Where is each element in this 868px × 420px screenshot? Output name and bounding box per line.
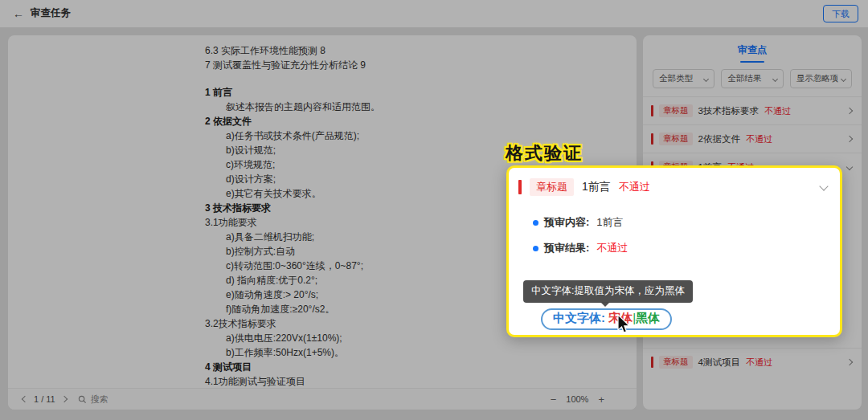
- annotation-correct-value: 黑体: [636, 311, 660, 324]
- field-value: 不通过: [596, 241, 628, 255]
- annotation-label: 中文字体:: [553, 311, 605, 324]
- precheck-result-row: 预审结果: 不通过: [509, 241, 840, 255]
- card-result: 不通过: [619, 180, 650, 194]
- field-value: 1前言: [596, 215, 623, 230]
- bullet-icon: [533, 246, 538, 251]
- field-label: 预审结果:: [544, 241, 589, 255]
- format-validation-card: 章标题 1前言 不通过 预审内容: 1前言 预审结果: 不通过 中文字体:提取值…: [506, 165, 842, 337]
- font-annotation[interactable]: 中文字体: 宋体|黑体: [541, 308, 672, 330]
- field-label: 预审内容:: [544, 215, 589, 230]
- chevron-down-icon[interactable]: [819, 181, 828, 190]
- card-tag: 章标题: [530, 178, 574, 196]
- mouse-cursor-icon: [613, 313, 633, 336]
- spotlight-label: 格式验证: [506, 141, 583, 165]
- bullet-icon: [533, 220, 538, 226]
- card-title: 1前言: [582, 180, 611, 194]
- precheck-content-row: 预审内容: 1前言: [509, 215, 840, 230]
- item-marker: [518, 180, 522, 194]
- card-header[interactable]: 章标题 1前言 不通过: [509, 168, 840, 204]
- font-tooltip: 中文字体:提取值为宋体，应为黑体: [523, 280, 693, 303]
